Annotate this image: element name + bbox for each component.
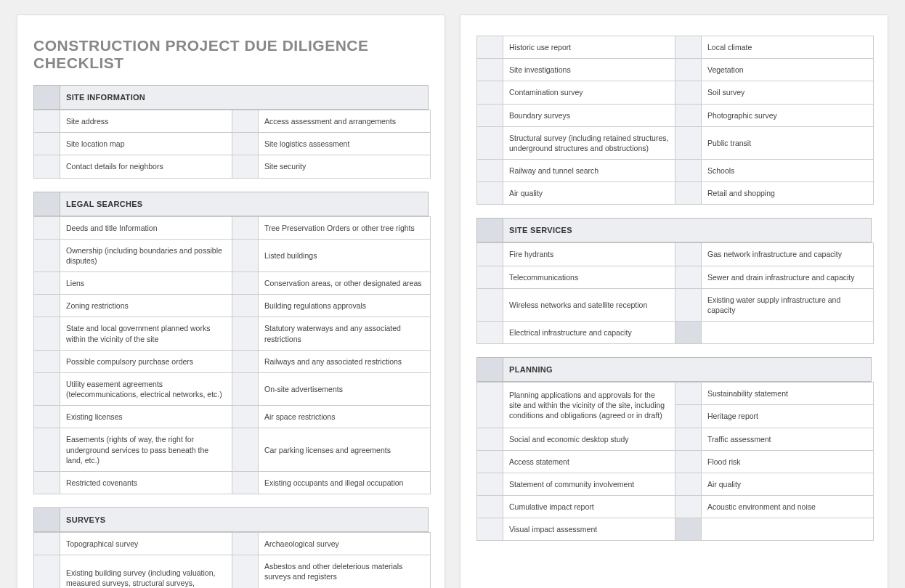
checkbox-cell[interactable] (232, 555, 259, 588)
item-label: Cumulative impact report (503, 496, 675, 518)
checkbox-cell[interactable] (232, 406, 259, 428)
item-label: Sustainability statement (702, 383, 874, 405)
checkbox-cell[interactable] (34, 239, 60, 271)
item-label: Easements (rights of way, the right for … (60, 428, 232, 472)
section-legal-searches: LEGAL SEARCHES Deeds and title Informati… (33, 192, 429, 495)
checkbox-cell[interactable] (477, 81, 503, 104)
checkbox-cell[interactable] (675, 383, 702, 405)
checkbox-cell[interactable] (477, 160, 503, 182)
checkbox-cell[interactable] (477, 383, 503, 428)
checkbox-cell[interactable] (232, 110, 259, 133)
item-label: Vegetation (702, 59, 874, 81)
item-label: Deeds and title Information (60, 216, 232, 239)
section-header-label: LEGAL SEARCHES (60, 192, 429, 216)
section-header-check (34, 86, 60, 110)
checkbox-cell[interactable] (34, 428, 60, 472)
item-label: Schools (702, 160, 874, 182)
item-label: Soil survey (702, 81, 874, 104)
checkbox-cell[interactable] (477, 104, 503, 126)
checkbox-cell[interactable] (34, 155, 60, 178)
item-label: Zoning restrictions (60, 295, 232, 317)
document-title: CONSTRUCTION PROJECT DUE DILIGENCE CHECK… (33, 37, 429, 72)
item-label: Heritage report (702, 405, 874, 428)
item-label: Planning applications and approvals for … (503, 383, 675, 428)
item-label: Air quality (503, 182, 675, 205)
checkbox-cell[interactable] (675, 182, 702, 205)
checkbox-cell[interactable] (232, 272, 259, 295)
checkbox-cell[interactable] (232, 317, 259, 350)
checkbox-cell[interactable] (477, 182, 503, 205)
checkbox-cell[interactable] (675, 36, 702, 59)
item-label: Site address (60, 110, 232, 133)
checkbox-cell[interactable] (675, 243, 702, 266)
item-label: Social and economic desktop study (503, 428, 675, 450)
checkbox-cell[interactable] (477, 518, 503, 541)
checkbox-cell[interactable] (675, 473, 702, 495)
checkbox-cell[interactable] (675, 81, 702, 104)
item-label: Existing licenses (60, 406, 232, 428)
checkbox-cell[interactable] (232, 428, 259, 472)
item-label: Retail and shopping (702, 182, 874, 205)
item-label: Public transit (702, 126, 874, 159)
checkbox-cell[interactable] (675, 288, 702, 321)
checkbox-cell[interactable] (34, 350, 60, 372)
page-2: Historic use reportLocal climate Site in… (460, 15, 888, 588)
item-label: Electrical infrastructure and capacity (503, 322, 675, 344)
checkbox-cell[interactable] (477, 126, 503, 159)
checkbox-cell[interactable] (34, 533, 60, 555)
checkbox-cell[interactable] (477, 243, 503, 266)
checkbox-cell[interactable] (34, 272, 60, 295)
checkbox-cell[interactable] (477, 36, 503, 59)
checkbox-cell[interactable] (675, 160, 702, 182)
checkbox-cell[interactable] (232, 239, 259, 271)
item-label: Fire hydrants (503, 243, 675, 266)
item-label: Possible compulsory purchase orders (60, 350, 232, 372)
checkbox-cell[interactable] (477, 266, 503, 288)
checkbox-cell[interactable] (675, 428, 702, 450)
checkbox-cell[interactable] (34, 372, 60, 405)
checkbox-cell[interactable] (232, 350, 259, 372)
item-label: Restricted covenants (60, 471, 232, 494)
checkbox-cell[interactable] (477, 428, 503, 450)
item-label: Structural survey (including retained st… (503, 126, 675, 159)
checkbox-cell[interactable] (232, 133, 259, 155)
checkbox-cell[interactable] (675, 450, 702, 473)
checkbox-cell[interactable] (675, 496, 702, 518)
checkbox-cell[interactable] (232, 155, 259, 178)
checkbox-cell[interactable] (232, 216, 259, 239)
checkbox-cell[interactable] (675, 405, 702, 428)
checkbox-cell[interactable] (34, 555, 60, 588)
checkbox-cell[interactable] (675, 104, 702, 126)
checkbox-cell[interactable] (34, 295, 60, 317)
checkbox-cell[interactable] (477, 473, 503, 495)
checkbox-cell[interactable] (34, 133, 60, 155)
checkbox-cell[interactable] (232, 295, 259, 317)
item-label: Flood risk (702, 450, 874, 473)
checkbox-cell[interactable] (477, 496, 503, 518)
checkbox-cell[interactable] (675, 126, 702, 159)
checkbox-cell[interactable] (34, 471, 60, 494)
checkbox-cell[interactable] (34, 216, 60, 239)
checkbox-cell[interactable] (675, 266, 702, 288)
item-label: Boundary surveys (503, 104, 675, 126)
checkbox-cell[interactable] (477, 322, 503, 344)
checkbox-cell[interactable] (232, 471, 259, 494)
item-label: Car parking licenses and agreements (259, 428, 431, 472)
checkbox-cell[interactable] (477, 288, 503, 321)
checkbox-cell[interactable] (232, 533, 259, 555)
item-label: Photographic survey (702, 104, 874, 126)
checkbox-cell[interactable] (675, 518, 702, 541)
checkbox-cell[interactable] (675, 322, 702, 344)
checkbox-cell[interactable] (477, 450, 503, 473)
checkbox-cell[interactable] (34, 406, 60, 428)
item-label: Site security (259, 155, 431, 178)
checkbox-cell[interactable] (477, 59, 503, 81)
item-label: Tree Preservation Orders or other tree r… (259, 216, 431, 239)
checkbox-cell[interactable] (675, 59, 702, 81)
checkbox-cell[interactable] (232, 372, 259, 405)
item-label: Contact details for neighbors (60, 155, 232, 178)
checkbox-cell[interactable] (34, 317, 60, 350)
checkbox-cell[interactable] (34, 110, 60, 133)
item-label: State and local government planned works… (60, 317, 232, 350)
section-header-check (34, 508, 60, 532)
